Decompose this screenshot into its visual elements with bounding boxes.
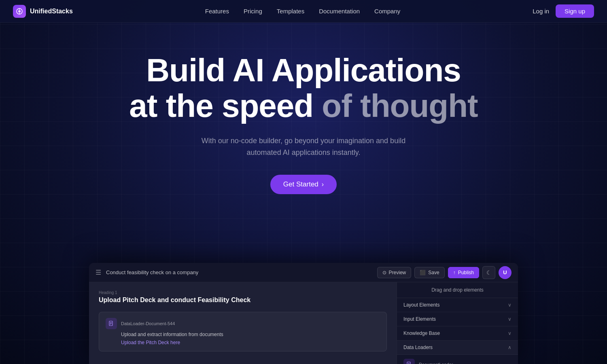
panel-header: Drag and drop elements — [397, 282, 518, 298]
panel-section-dataloaders[interactable]: Data Loaders ∧ — [397, 341, 518, 355]
app-canvas: Heading 1 Upload Pitch Deck and conduct … — [89, 282, 397, 364]
document-icon — [106, 318, 117, 329]
theme-toggle-button[interactable]: ☾ — [482, 266, 495, 279]
panel-section-knowledge-chevron: ∨ — [508, 330, 511, 336]
panel-section-knowledge-label: Knowledge Base — [403, 330, 440, 336]
panel-section-knowledge[interactable]: Knowledge Base ∨ — [397, 326, 518, 341]
nav-company[interactable]: Company — [374, 8, 400, 15]
publish-button[interactable]: ↑ Publish — [448, 267, 479, 278]
card-loader-name: DataLoader-Document-544 — [121, 321, 175, 326]
save-icon: ⬛ — [420, 270, 426, 275]
app-body: Heading 1 Upload Pitch Deck and conduct … — [89, 282, 518, 364]
chevron-right-icon: › — [322, 181, 324, 188]
hero-title: Build AI Applications at the speed of th… — [129, 53, 478, 124]
app-preview: ☰ Conduct feasibility check on a company… — [89, 263, 518, 364]
svg-rect-8 — [407, 362, 410, 364]
nav-documentation[interactable]: Documentation — [319, 8, 360, 15]
nav-logo[interactable]: UnifiedStacks — [13, 5, 73, 18]
canvas-heading: Upload Pitch Deck and conduct Feasibilit… — [99, 296, 387, 304]
preview-icon: ⊙ — [382, 270, 386, 275]
hamburger-icon[interactable]: ☰ — [96, 269, 101, 276]
panel-sub-item-label: DocumentLoader — [419, 362, 453, 364]
topbar-right: ⊙ Preview ⬛ Save ↑ Publish ☾ U — [377, 266, 511, 279]
save-label: Save — [428, 270, 439, 275]
canvas-heading-label: Heading 1 — [99, 290, 387, 295]
nav-pricing[interactable]: Pricing — [244, 8, 262, 15]
panel-sub-item-docloader: DocumentLoader — [397, 355, 518, 364]
hero-subtitle: With our no-code builder, go beyond your… — [186, 135, 421, 159]
get-started-button[interactable]: Get Started › — [270, 175, 337, 194]
panel-section-layout-label: Layout Elements — [403, 302, 439, 308]
card-top-row: DataLoader-Document-544 — [106, 318, 380, 329]
nav-links: Features Pricing Templates Documentation… — [205, 8, 401, 15]
signup-button[interactable]: Sign up — [556, 4, 594, 18]
app-panel: Drag and drop elements Layout Elements ∨… — [397, 282, 518, 364]
panel-sub-doc-icon — [403, 359, 415, 364]
save-button[interactable]: ⬛ Save — [414, 267, 444, 278]
hero-title-line2-normal: at the speed — [129, 88, 313, 124]
panel-section-input-label: Input Elements — [403, 316, 436, 322]
panel-section-layout[interactable]: Layout Elements ∨ — [397, 298, 518, 312]
nav-templates[interactable]: Templates — [277, 8, 304, 15]
panel-section-dataloaders-label: Data Loaders — [403, 345, 433, 350]
card-description: Upload and extract information from docu… — [106, 332, 380, 337]
publish-icon: ↑ — [453, 270, 456, 275]
svg-point-1 — [18, 10, 21, 13]
topbar-left: ☰ Conduct feasibility check on a company — [96, 269, 198, 276]
hero-title-line1: Build AI Applications — [146, 52, 461, 88]
panel-section-layout-chevron: ∨ — [508, 302, 511, 308]
panel-section-input[interactable]: Input Elements ∨ — [397, 312, 518, 326]
get-started-label: Get Started — [283, 180, 318, 188]
nav-features[interactable]: Features — [205, 8, 229, 15]
page-title-text: Conduct feasibility check on a company — [106, 269, 198, 275]
hero-title-line2-dim: of thought — [322, 88, 478, 124]
publish-label: Publish — [458, 270, 474, 275]
logo-icon — [13, 5, 26, 18]
app-topbar: ☰ Conduct feasibility check on a company… — [89, 263, 518, 282]
panel-section-input-chevron: ∨ — [508, 316, 511, 322]
moon-icon: ☾ — [486, 269, 492, 276]
panel-section-dataloaders-chevron: ∧ — [508, 345, 511, 350]
user-avatar[interactable]: U — [499, 266, 511, 279]
preview-label: Preview — [389, 270, 406, 275]
navbar: UnifiedStacks Features Pricing Templates… — [0, 0, 607, 23]
nav-actions: Log in Sign up — [533, 4, 594, 18]
login-button[interactable]: Log in — [533, 8, 549, 15]
preview-button[interactable]: ⊙ Preview — [377, 267, 412, 278]
brand-name: UnifiedStacks — [30, 8, 73, 15]
card-link[interactable]: Upload the Pitch Deck here — [106, 340, 380, 345]
canvas-card: DataLoader-Document-544 Upload and extra… — [99, 312, 387, 351]
hero-section: Build AI Applications at the speed of th… — [0, 0, 607, 364]
